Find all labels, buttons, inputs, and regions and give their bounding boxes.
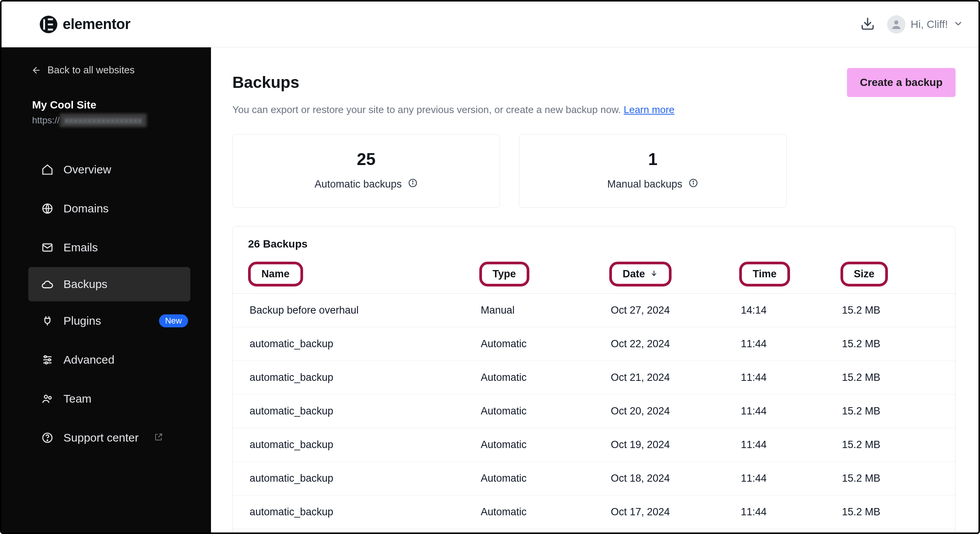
svg-point-18 [47,440,48,441]
site-name: My Cool Site [32,99,211,111]
new-badge: New [159,314,188,327]
sidebar-item-label: Emails [63,241,98,254]
table-row[interactable]: automatic_backupAutomaticOct 17, 202411:… [233,495,955,529]
cell-type: Automatic [464,462,594,495]
sidebar-item-team[interactable]: Team [2,379,211,418]
cell-size: 15.2 MB [825,529,955,533]
sidebar-item-domains[interactable]: Domains [2,189,211,228]
site-url-redacted: xxxxxxxxxxxxxxxxx [60,113,147,127]
topbar: elementor Hi, Cliff! [2,2,978,47]
table-row[interactable]: Backup before overhaulManualOct 27, 2024… [233,294,955,327]
sidebar-item-label: Team [63,392,91,405]
user-menu[interactable]: Hi, Cliff! [887,15,964,34]
cell-type: Automatic [464,529,594,533]
col-header-time[interactable]: Time [724,255,825,294]
cell-name: automatic_backup [233,428,464,462]
col-header-date[interactable]: Date [594,255,724,294]
cell-time: 11:44 [724,428,825,462]
table-row[interactable]: automatic_backupAutomaticOct 19, 202411:… [233,428,955,462]
svg-point-5 [894,20,898,24]
learn-more-link[interactable]: Learn more [624,104,675,115]
svg-point-24 [693,181,694,182]
table-row[interactable]: automatic_backupAutomaticOct 18, 202411:… [233,462,955,495]
cell-type: Automatic [464,428,594,462]
col-header-name[interactable]: Name [233,255,464,294]
page-title: Backups [232,73,299,92]
cell-date: Oct 16, 2024 [594,529,724,533]
automatic-label: Automatic backups [315,178,402,190]
svg-point-12 [44,356,46,358]
sidebar-nav: Overview Domains Emails Backups Plugins … [2,150,211,457]
cell-name: automatic_backup [233,529,464,533]
svg-point-16 [49,396,51,399]
sidebar-item-label: Overview [63,163,111,176]
cell-size: 15.2 MB [825,294,955,327]
sidebar-item-label: Advanced [63,353,114,366]
automatic-count: 25 [233,150,500,169]
plug-icon [41,315,54,327]
sidebar-item-support[interactable]: Support center [2,418,211,457]
sidebar: Back to all websites My Cool Site https:… [2,47,211,532]
cell-name: automatic_backup [233,495,464,529]
home-icon [41,163,54,176]
table-row[interactable]: automatic_backupAutomaticOct 22, 202411:… [233,327,955,361]
sort-desc-icon [650,268,658,280]
cell-type: Automatic [464,495,594,529]
manual-label: Manual backups [607,178,683,190]
brand-name: elementor [63,16,130,32]
info-icon[interactable] [688,178,698,191]
cell-size: 15.2 MB [825,361,955,395]
site-url-prefix: https:// [32,115,60,126]
sidebar-item-label: Domains [63,202,109,215]
cell-type: Manual [464,294,594,327]
table-row[interactable]: automatic_backupAutomaticOct 20, 202411:… [233,395,955,428]
cell-size: 15.2 MB [825,428,955,462]
arrow-left-icon [31,65,41,75]
svg-point-14 [45,362,47,364]
cell-time: 14:14 [724,294,825,327]
subtitle-text: You can export or restore your site to a… [232,104,624,115]
svg-point-21 [412,181,413,182]
cell-type: Automatic [464,327,594,361]
sliders-icon [41,354,54,366]
table-row[interactable]: automatic_backupAutomaticOct 21, 202411:… [233,361,955,395]
cell-date: Oct 21, 2024 [594,361,724,395]
chevron-down-icon [953,19,963,30]
cell-date: Oct 22, 2024 [594,327,724,361]
cell-name: automatic_backup [233,361,464,395]
sidebar-item-overview[interactable]: Overview [2,150,211,189]
create-backup-button[interactable]: Create a backup [847,68,956,97]
avatar [887,15,905,34]
help-icon [41,432,54,444]
sidebar-item-label: Support center [63,431,139,444]
sidebar-item-backups[interactable]: Backups [28,267,190,301]
brand-logo[interactable]: elementor [40,16,130,33]
sidebar-item-emails[interactable]: Emails [2,228,211,267]
table-row[interactable]: automatic_backupAutomaticOct 16, 202411:… [233,529,955,533]
cell-size: 15.2 MB [825,495,955,529]
col-header-type[interactable]: Type [464,255,594,294]
cell-name: automatic_backup [233,462,464,495]
cell-date: Oct 17, 2024 [594,495,724,529]
info-icon[interactable] [408,178,418,191]
back-label: Back to all websites [47,64,135,76]
download-icon[interactable] [860,16,875,32]
mail-icon [41,241,54,254]
cloud-icon [41,278,54,290]
col-header-size[interactable]: Size [825,255,955,294]
cell-time: 11:44 [724,495,825,529]
site-info: My Cool Site https:// xxxxxxxxxxxxxxxxx [2,99,211,127]
external-link-icon [154,431,163,444]
manual-count: 1 [519,150,786,169]
cell-time: 11:44 [724,327,825,361]
sidebar-item-advanced[interactable]: Advanced [2,340,211,379]
cell-time: 11:44 [724,462,825,495]
sidebar-item-plugins[interactable]: Plugins New [2,301,211,340]
cell-date: Oct 20, 2024 [594,395,724,428]
team-icon [41,393,54,405]
cell-size: 15.2 MB [825,327,955,361]
page-subtitle: You can export or restore your site to a… [232,104,956,116]
stat-card-automatic: 25 Automatic backups [232,134,500,208]
back-to-websites[interactable]: Back to all websites [2,64,211,76]
main-content: Backups Create a backup You can export o… [211,47,978,532]
